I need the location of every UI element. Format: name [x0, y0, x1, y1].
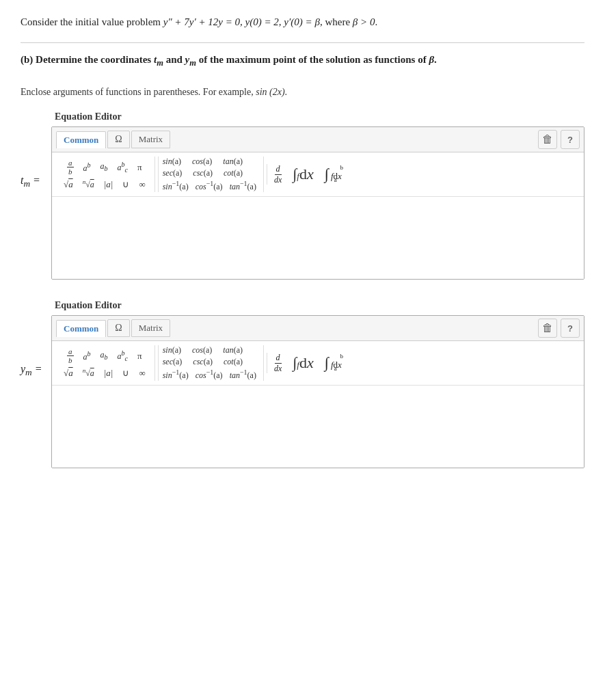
sym-group-trig-1: sin(a) cos(a) tan(a) sec(a) csc(a) cot(a… — [158, 157, 260, 192]
instruction-text: Enclose arguments of functions in parent… — [21, 87, 584, 98]
editor-1-input[interactable] — [52, 197, 584, 279]
cot-button-1[interactable]: cot(a) — [224, 168, 243, 178]
pi-button-2[interactable]: π — [135, 350, 144, 362]
editor-1-container: tm = Common Ω Matrix 🗑 ? a b ab ab — [21, 126, 584, 280]
cot-button-2[interactable]: cot(a) — [224, 357, 243, 367]
arctan-button-1[interactable]: tan−1(a) — [230, 180, 256, 192]
sym-group-basic-1: a b ab ab abc π √a n√a |a| ∪ ∞ — [57, 158, 152, 191]
sin-button-1[interactable]: sin(a) — [163, 157, 181, 167]
editor-2-box: Common Ω Matrix 🗑 ? a b ab ab abc π — [51, 315, 584, 468]
editor-1-symbols: a b ab ab abc π √a n√a |a| ∪ ∞ — [52, 152, 584, 197]
sym-group-calc-1: d dx ∫fdx b ∫ a fdx — [267, 164, 349, 185]
separator-1 — [154, 157, 155, 192]
sec-button-1[interactable]: sec(a) — [163, 168, 183, 178]
sqrt-button-2[interactable]: √a — [62, 367, 75, 379]
arcsin-button-1[interactable]: sin−1(a) — [163, 180, 189, 192]
editor-1-toolbar: Common Ω Matrix 🗑 ? — [52, 127, 584, 152]
tab-2-omega[interactable]: Ω — [107, 319, 129, 337]
help-icon-2[interactable]: ? — [561, 319, 580, 338]
abs-button-1[interactable]: |a| — [102, 178, 116, 191]
editor-2-input[interactable] — [52, 386, 584, 468]
separator-4 — [263, 345, 264, 381]
sym-group-basic-2: a b ab ab abc π √a n√a |a| ∪ ∞ — [57, 347, 152, 379]
trash-icon-2[interactable]: 🗑 — [538, 319, 557, 338]
deriv-button-2[interactable]: d dx — [274, 353, 282, 373]
tab-1-omega[interactable]: Ω — [107, 131, 129, 148]
editor-2-container: ym = Common Ω Matrix 🗑 ? a b ab ab — [21, 315, 584, 468]
arccos-button-1[interactable]: cos−1(a) — [196, 180, 223, 192]
power-button-1[interactable]: ab — [81, 161, 93, 174]
indef-integral-button-2[interactable]: ∫fdx — [293, 355, 313, 371]
part-b-label: (b) Determine the coordinates tm and ym … — [21, 54, 584, 68]
nthroot-button-1[interactable]: n√a — [81, 178, 96, 191]
infinity-button-1[interactable]: ∞ — [137, 178, 147, 191]
sec-button-2[interactable]: sec(a) — [163, 357, 183, 367]
arctan-button-2[interactable]: tan−1(a) — [230, 368, 256, 381]
def-integral-button-1[interactable]: b ∫ a fdx — [325, 165, 342, 183]
divider — [21, 42, 584, 43]
sym-group-trig-2: sin(a) cos(a) tan(a) sec(a) csc(a) cot(a… — [158, 345, 260, 381]
cos-button-1[interactable]: cos(a) — [192, 157, 212, 167]
power-sub-button-1[interactable]: abc — [116, 160, 130, 174]
editor-1-box: Common Ω Matrix 🗑 ? a b ab ab abc π — [51, 126, 584, 280]
tab-2-matrix[interactable]: Matrix — [131, 319, 170, 337]
subscript-button-1[interactable]: ab — [98, 161, 110, 173]
deriv-button-1[interactable]: d dx — [274, 164, 282, 185]
power-button-2[interactable]: ab — [81, 349, 93, 363]
sin-button-2[interactable]: sin(a) — [163, 345, 181, 355]
equation-editor-2-label: Equation Editor — [55, 300, 584, 311]
arccos-button-2[interactable]: cos−1(a) — [196, 368, 223, 381]
tan-button-1[interactable]: tan(a) — [223, 157, 243, 167]
subscript-button-2[interactable]: ab — [98, 349, 110, 362]
union-button-1[interactable]: ∪ — [120, 178, 131, 191]
tan-button-2[interactable]: tan(a) — [223, 345, 243, 355]
pi-button-1[interactable]: π — [135, 161, 144, 174]
ym-variable-label: ym = — [21, 315, 51, 378]
equation-editor-1-label: Equation Editor — [55, 111, 584, 122]
trash-icon-1[interactable]: 🗑 — [538, 130, 557, 149]
sqrt-button-1[interactable]: √a — [62, 178, 75, 191]
problem-statement: Consider the initial value problem y″ + … — [21, 14, 584, 30]
union-button-2[interactable]: ∪ — [120, 367, 131, 379]
csc-button-1[interactable]: csc(a) — [193, 168, 213, 178]
frac-button-1[interactable]: a b — [65, 158, 76, 176]
tm-variable-label: tm = — [21, 126, 51, 189]
editor-2-toolbar: Common Ω Matrix 🗑 ? — [52, 316, 584, 341]
cos-button-2[interactable]: cos(a) — [192, 345, 212, 355]
editor-2-symbols: a b ab ab abc π √a n√a |a| ∪ ∞ — [52, 341, 584, 386]
infinity-button-2[interactable]: ∞ — [137, 367, 147, 379]
arcsin-button-2[interactable]: sin−1(a) — [163, 368, 189, 381]
abs-button-2[interactable]: |a| — [102, 367, 116, 379]
sym-group-calc-2: d dx ∫fdx b ∫ a fdx — [267, 353, 349, 373]
csc-button-2[interactable]: csc(a) — [193, 357, 213, 367]
separator-2 — [263, 157, 264, 192]
indef-integral-button-1[interactable]: ∫fdx — [293, 167, 313, 182]
frac-button-2[interactable]: a b — [65, 347, 76, 365]
tab-2-common[interactable]: Common — [56, 320, 106, 337]
tab-1-matrix[interactable]: Matrix — [131, 131, 170, 148]
nthroot-button-2[interactable]: n√a — [81, 366, 96, 379]
power-sub-button-2[interactable]: abc — [116, 349, 130, 363]
help-icon-1[interactable]: ? — [561, 130, 580, 149]
separator-3 — [154, 345, 155, 381]
def-integral-button-2[interactable]: b ∫ a fdx — [325, 354, 342, 372]
tab-1-common[interactable]: Common — [56, 131, 106, 148]
